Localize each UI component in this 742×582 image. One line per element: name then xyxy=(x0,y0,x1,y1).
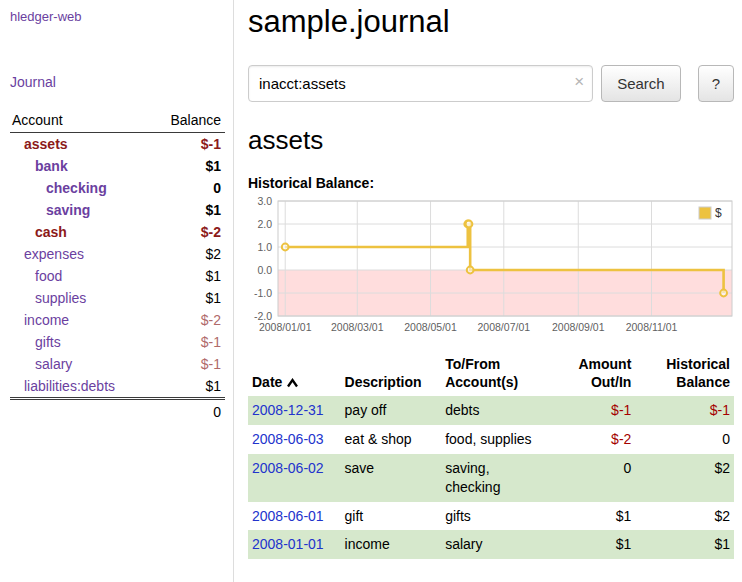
transaction-running-balance: $2 xyxy=(635,454,734,502)
account-row: cash$-2 xyxy=(10,221,225,243)
account-balance: $-1 xyxy=(150,133,225,156)
register-header-date[interactable]: Date xyxy=(248,354,341,396)
register-row: 2008-12-31pay offdebts$-1$-1 xyxy=(248,396,734,425)
account-link-cash[interactable]: cash xyxy=(35,224,67,240)
sidebar: hledger-web Journal Account Balance asse… xyxy=(0,0,234,582)
account-link-assets[interactable]: assets xyxy=(24,136,68,152)
app-title-link[interactable]: hledger-web xyxy=(10,9,82,24)
account-balance: $-2 xyxy=(150,221,225,243)
legend-swatch xyxy=(699,207,711,219)
account-link-food[interactable]: food xyxy=(35,268,62,284)
transaction-date-link[interactable]: 2008-06-03 xyxy=(252,431,324,447)
account-link-bank[interactable]: bank xyxy=(35,158,68,174)
register-table: Date Description To/From Account(s) Amou… xyxy=(248,354,734,559)
transaction-date-link[interactable]: 2008-06-02 xyxy=(252,460,324,476)
register-header-accounts: To/From Account(s) xyxy=(441,354,550,396)
svg-text:-2.0: -2.0 xyxy=(254,310,272,322)
transaction-running-balance: $2 xyxy=(635,502,734,531)
transaction-accounts: gifts xyxy=(441,502,550,531)
historical-balance-chart[interactable]: 3.02.01.00.0-1.0-2.02008/01/012008/03/01… xyxy=(248,197,734,342)
legend-label: $ xyxy=(715,206,722,220)
svg-text:0.0: 0.0 xyxy=(257,264,272,276)
account-row: expenses$2 xyxy=(10,243,225,265)
account-row: food$1 xyxy=(10,265,225,287)
accounts-header-account: Account xyxy=(10,110,150,133)
accounts-table: Account Balance assets$-1bank$1checking0… xyxy=(10,110,225,423)
transaction-amount: 0 xyxy=(550,454,636,502)
account-link-supplies[interactable]: supplies xyxy=(35,290,86,306)
svg-text:-1.0: -1.0 xyxy=(254,287,272,299)
svg-text:2008/11/01: 2008/11/01 xyxy=(626,321,678,333)
svg-text:2008/09/01: 2008/09/01 xyxy=(552,321,605,333)
sort-ascending-icon xyxy=(286,378,299,388)
svg-text:2008/07/01: 2008/07/01 xyxy=(478,321,531,333)
transaction-accounts: debts xyxy=(441,396,550,425)
transaction-accounts: food, supplies xyxy=(441,425,550,454)
account-balance: $1 xyxy=(150,155,225,177)
data-point-marker xyxy=(467,267,474,274)
account-balance: $-1 xyxy=(150,353,225,375)
journal-nav: Journal xyxy=(10,74,225,90)
svg-text:2.0: 2.0 xyxy=(257,218,272,230)
account-row: supplies$1 xyxy=(10,287,225,309)
accounts-header-row: Account Balance xyxy=(10,110,225,133)
svg-text:3.0: 3.0 xyxy=(257,197,272,207)
account-balance: $1 xyxy=(150,375,225,399)
account-balance: $1 xyxy=(150,287,225,309)
account-balance: 0 xyxy=(150,177,225,199)
account-link-gifts[interactable]: gifts xyxy=(35,334,61,350)
chart-canvas: 3.02.01.00.0-1.0-2.02008/01/012008/03/01… xyxy=(248,197,734,339)
transaction-running-balance: $-1 xyxy=(635,396,734,425)
transaction-amount: $-1 xyxy=(550,396,636,425)
app: hledger-web Journal Account Balance asse… xyxy=(0,0,742,582)
accounts-header-balance: Balance xyxy=(150,110,225,133)
register-header-row: Date Description To/From Account(s) Amou… xyxy=(248,354,734,396)
transaction-running-balance: 0 xyxy=(635,425,734,454)
search-button[interactable]: Search xyxy=(601,65,681,102)
app-title: hledger-web xyxy=(10,8,225,24)
transaction-date-link[interactable]: 2008-06-01 xyxy=(252,508,324,524)
account-link-expenses[interactable]: expenses xyxy=(24,246,84,262)
account-balance: $-1 xyxy=(150,331,225,353)
account-row: salary$-1 xyxy=(10,353,225,375)
transaction-description: gift xyxy=(341,502,442,531)
account-row: liabilities:debts$1 xyxy=(10,375,225,399)
accounts-total-row: 0 xyxy=(10,399,225,424)
transaction-date-link[interactable]: 2008-12-31 xyxy=(252,402,324,418)
help-button[interactable]: ? xyxy=(698,65,734,102)
account-link-salary[interactable]: salary xyxy=(35,356,72,372)
register-header-amount: Amount Out/In xyxy=(550,354,636,396)
svg-text:2008/03/01: 2008/03/01 xyxy=(331,321,384,333)
svg-text:2008/01/01: 2008/01/01 xyxy=(259,321,312,333)
data-point-marker xyxy=(466,221,473,228)
transaction-accounts: saving, checking xyxy=(441,454,550,502)
account-row: assets$-1 xyxy=(10,133,225,156)
account-row: bank$1 xyxy=(10,155,225,177)
main-content: sample.journal × Search ? assets Histori… xyxy=(234,0,742,582)
account-link-saving[interactable]: saving xyxy=(46,202,90,218)
account-heading: assets xyxy=(248,125,734,156)
svg-text:1.0: 1.0 xyxy=(257,241,272,253)
transaction-amount: $1 xyxy=(550,502,636,531)
account-link-income[interactable]: income xyxy=(24,312,69,328)
account-link-liabilities-debts[interactable]: liabilities:debts xyxy=(24,378,115,394)
transaction-description: pay off xyxy=(341,396,442,425)
clear-search-icon[interactable]: × xyxy=(574,73,584,90)
chart-title: Historical Balance: xyxy=(248,175,734,191)
data-point-marker xyxy=(720,290,727,297)
transaction-date-link[interactable]: 2008-01-01 xyxy=(252,536,324,552)
transaction-description: eat & shop xyxy=(341,425,442,454)
register-header-balance: Historical Balance xyxy=(635,354,734,396)
register-row: 2008-01-01incomesalary$1$1 xyxy=(248,530,734,559)
account-balance: $2 xyxy=(150,243,225,265)
account-row: saving$1 xyxy=(10,199,225,221)
transaction-description: save xyxy=(341,454,442,502)
svg-text:2008/05/01: 2008/05/01 xyxy=(404,321,457,333)
search-input[interactable] xyxy=(248,65,593,102)
journal-link[interactable]: Journal xyxy=(10,74,56,90)
account-row: checking0 xyxy=(10,177,225,199)
accounts-total-balance: 0 xyxy=(150,399,225,424)
register-header-description: Description xyxy=(341,354,442,396)
account-balance: $1 xyxy=(150,265,225,287)
account-link-checking[interactable]: checking xyxy=(46,180,107,196)
